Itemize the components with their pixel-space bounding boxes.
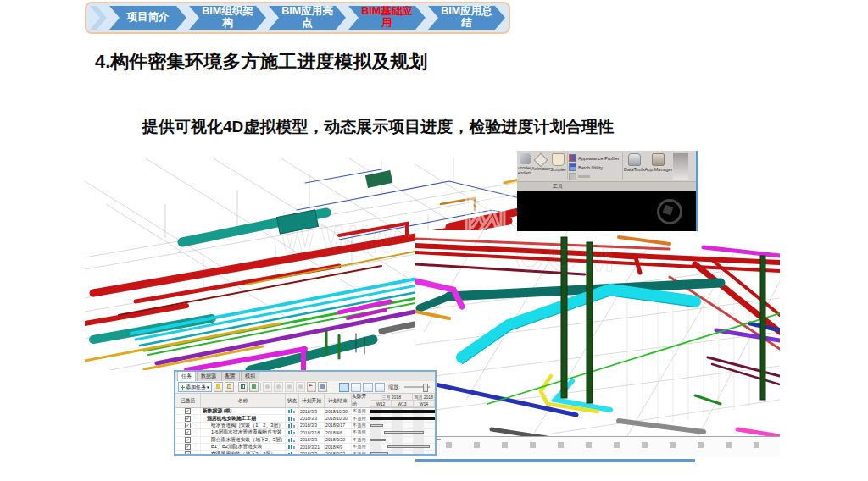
cell-actual-start: 不适用 [352,429,370,435]
cell-planned-start: 2018/3/21 [299,444,325,450]
nav-item-4[interactable]: BIM基础应用 [348,6,426,30]
gantt-view-button-4[interactable] [375,383,385,392]
nav-item-label: BIM组织架构 [199,6,256,30]
cell-gantt [370,444,435,450]
ribbon-stack-item[interactable]: Batch Utility [569,163,621,172]
ribbon-button-animator[interactable]: Animator [531,152,550,181]
zoom-slider[interactable] [404,386,430,388]
cell-status [286,408,299,414]
ribbon-button-datatools[interactable]: DataTools [624,152,644,181]
status-bars-icon [288,452,296,456]
move-up-button[interactable] [263,382,272,392]
gantt-bar [370,424,383,427]
ribbon-button-render[interactable]: Autodesk Rendering [518,152,531,181]
film-frame [446,442,452,448]
task-checkbox[interactable]: ✓ [185,429,191,435]
insert-task-button[interactable] [238,382,248,392]
nav-item-3[interactable]: BIM应用亮点 [269,6,346,30]
ribbon-button-label: Scripter [550,167,566,172]
gantt-header: 三月 2018四月 2018W12W13W14 [370,394,435,407]
task-checkbox[interactable]: ✓ [185,423,191,428]
timeliner-tab-4[interactable]: 模拟 [241,371,259,381]
slide: { "nav": { "items": [ {"label": "项目简介", … [0,0,868,481]
update-button[interactable] [249,382,259,392]
outdent-button[interactable] [296,382,305,392]
columns-button[interactable] [318,382,327,392]
auto-attach-button[interactable] [225,382,234,392]
column-header: 状态 [286,394,299,407]
task-row[interactable]: ✓B1、B2消防水管道安装2018/3/212018/4/9不适用 [175,444,435,451]
task-row[interactable]: ✓新数据源 (根)2018/3/32018/10/30不适用 [175,408,435,415]
cell-status [286,415,299,421]
task-row[interactable]: ✓酒店机电安装施工工期2018/3/32018/10/30不适用 [175,415,435,422]
ribbon-button-scripter[interactable]: Scripter [550,152,566,181]
ribbon-stack-item[interactable]: Appearance Profiler [569,153,621,163]
app-manager-icon [652,153,665,166]
cell-actual-start: 不适用 [352,451,370,456]
ribbon-group-label: 工具 [553,183,563,191]
gantt-week-label: W14 [414,401,435,407]
zoom-label: 缩放: [388,384,400,391]
task-row[interactable]: ✓阳台雨水管道安装（地下2、3层）2018/3/32018/3/20不适用 [175,437,435,444]
film-frame [642,442,648,448]
flag-button[interactable] [307,382,316,392]
status-bars-icon [288,417,296,421]
timeliner-tab-2[interactable]: 数据源 [197,371,220,381]
task-row[interactable]: ✓给水管道阀门安装（1、2、3层）2018/3/32018/3/17不适用 [175,423,435,429]
film-frame [530,442,536,448]
zoom-slider-thumb[interactable] [423,384,428,392]
gantt-bar [384,431,424,434]
film-frame [754,442,760,448]
right-image-border [415,459,695,462]
cell-task-name: 酒店机电安装施工工期 [201,415,286,421]
ribbon-stack: Appearance ProfilerBatch Utility [569,152,621,181]
status-bars-icon [288,445,296,449]
cell-gantt [370,437,435,443]
task-row[interactable]: ✓1-6层雨水排水管道及阀组件安装2018/3/182018/4/6不适用 [175,429,435,436]
indent-button[interactable] [285,382,294,392]
cell-task-name: 新数据源 (根) [201,408,286,414]
cell-active: ✓ [175,451,201,456]
ribbon-collapsed-pane [673,153,688,180]
gantt-view-button-2[interactable] [351,383,361,392]
datatools-icon [628,153,641,166]
task-row[interactable]: ✓空调风管安装（地下2、3层）2018/3/32018/3/22不适用 [175,451,435,456]
status-bars-icon [288,438,296,442]
cell-planned-start: 2018/3/18 [299,429,325,435]
cell-status [286,451,299,456]
attach-button[interactable] [214,382,223,392]
batch-utility-icon [569,163,576,171]
cell-task-name: 给水管道阀门安装（1、2、3层） [201,423,286,428]
timeliner-panel: 任务数据源配置模拟 添加任务 ▾ 缩放: 已激活名称状态计划开始计划结束实际开始… [174,370,437,456]
move-down-button[interactable] [274,382,283,392]
status-bars-icon [288,430,296,434]
nav-item-1[interactable]: 项目简介 [109,6,186,30]
column-header: 计划开始 [299,394,325,407]
nav-item-2[interactable]: BIM组织架构 [189,6,266,30]
add-task-label: 添加任务 [186,384,206,391]
gantt-view-button-3[interactable] [363,383,373,392]
task-checkbox[interactable]: ✓ [185,437,191,443]
film-frame [502,442,508,448]
nav-item-5[interactable]: BIM应用总结 [428,6,505,30]
gantt-view-button-1[interactable] [339,383,349,392]
timeliner-tab-3[interactable]: 配置 [221,371,240,381]
ribbon-button-label: Autodesk Rendering [518,165,531,175]
timeliner-tab-1[interactable]: 任务 [177,371,196,381]
cell-active: ✓ [175,415,201,421]
column-header: 计划结束 [325,394,352,407]
orbit-cube-icon [657,199,682,224]
column-header: 实际开始 [352,394,370,407]
task-checkbox[interactable]: ✓ [185,416,191,422]
task-checkbox[interactable]: ✓ [185,451,191,456]
task-checkbox[interactable]: ✓ [185,408,191,414]
cell-status [286,429,299,435]
add-task-button[interactable]: 添加任务 ▾ [178,382,212,392]
cell-active: ✓ [175,429,201,435]
ribbon-button-app-manager[interactable]: App Manager [644,152,672,181]
navisworks-ribbon-crop: Autodesk RenderingAnimatorScripterAppear… [517,151,698,231]
task-checkbox[interactable]: ✓ [185,444,191,450]
cell-active: ✓ [175,408,201,414]
gantt-bar [370,452,388,455]
right-model-drawing [415,230,780,462]
